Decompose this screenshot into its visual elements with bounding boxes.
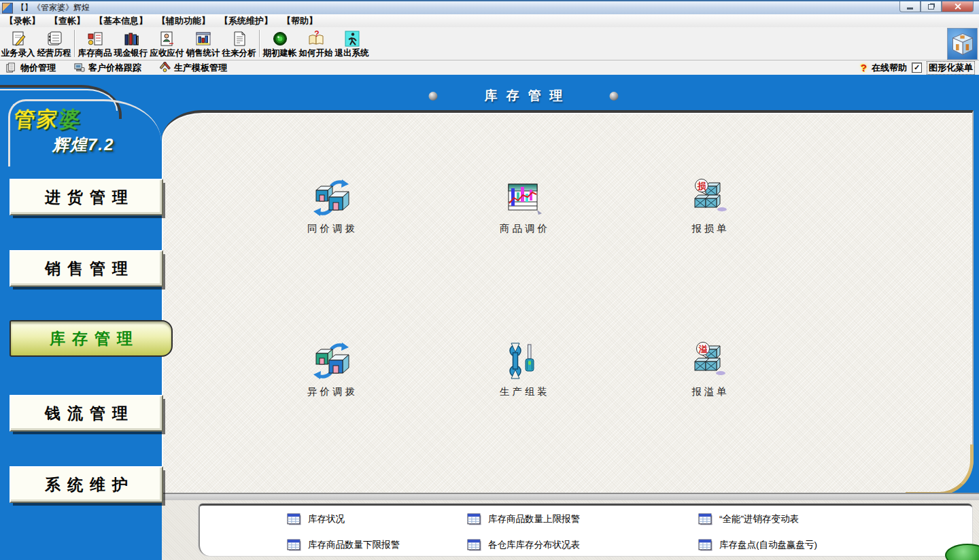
quickbar-price-management[interactable]: 物价管理	[5, 62, 56, 74]
toolbar-label: 退出系统	[335, 48, 369, 58]
report-link-warehouse-distribution[interactable]: 各仓库库存分布状况表	[467, 539, 580, 551]
bottom-zone: 库存状况 库存商品数量下限报警 库存商品数量上限报警 各仓库库存分布状况表 “全…	[162, 500, 979, 560]
different-price-transfer-icon	[312, 342, 350, 380]
toolbar-how-to-start[interactable]: ? 如何开始	[298, 27, 334, 60]
inventory-goods-icon	[86, 30, 104, 48]
restore-icon	[928, 4, 934, 10]
svg-text:?: ?	[314, 30, 319, 39]
menu-item-help[interactable]: 【帮助】	[277, 15, 322, 27]
overflow-badge: 溢	[699, 344, 708, 354]
toolbar-label: 期初建帐	[263, 48, 297, 58]
table-icon	[698, 513, 712, 525]
toolbar-exit-system[interactable]: 退出系统	[334, 27, 370, 60]
minimize-button[interactable]	[899, 1, 921, 12]
quick-bar: 物价管理 客户价格跟踪 生产模板管理 ? 在线帮助 ✓ 图形化菜单	[0, 60, 979, 75]
quickbar-customer-price-tracking[interactable]: 客户价格跟踪	[73, 62, 141, 74]
toolbar-label: 应收应付	[150, 48, 184, 58]
menu-item-system-maintenance[interactable]: 【系统维护】	[215, 15, 277, 27]
production-template-icon	[159, 62, 171, 73]
content-panel	[162, 110, 974, 494]
module-different-price-transfer[interactable]: 异价调拨	[287, 342, 375, 398]
sidebar-item-purchase[interactable]: 进货管理	[10, 179, 163, 215]
business-entry-icon	[10, 30, 27, 48]
overflow-report-icon: 溢	[690, 342, 728, 380]
toolbar-label: 现金银行	[114, 48, 148, 58]
menu-item-auxiliary[interactable]: 【辅助功能】	[152, 15, 215, 27]
sidebar-item-sales[interactable]: 销售管理	[10, 250, 163, 287]
receivable-payable-icon	[158, 30, 176, 48]
report-link-upper-limit-alarm[interactable]: 库存商品数量上限报警	[467, 513, 580, 525]
report-label: 库存商品数量上限报警	[488, 513, 580, 525]
restore-button[interactable]	[921, 1, 942, 12]
toolbar-business-history[interactable]: 经营历程	[36, 27, 72, 60]
menu-item-record[interactable]: 【录帐】	[0, 15, 45, 27]
toolbar-initial-account[interactable]: 期初建帐	[262, 27, 298, 60]
menu-item-query[interactable]: 【查帐】	[45, 15, 90, 27]
report-link-lower-limit-alarm[interactable]: 库存商品数量下限报警	[287, 539, 400, 551]
toolbar-label: 往来分析	[222, 48, 256, 58]
sidebar-item-inventory[interactable]: 库存管理	[10, 320, 173, 357]
menu-bar: 【录帐】 【查帐】 【基本信息】 【辅助功能】 【系统维护】 【帮助】	[0, 14, 979, 28]
initial-account-icon	[271, 30, 289, 48]
module-production-assembly[interactable]: 生产组装	[479, 342, 568, 398]
app-icon	[2, 3, 13, 14]
table-icon	[467, 513, 481, 525]
brand-version: 辉煌7.2	[52, 134, 114, 156]
report-label: 库存状况	[308, 513, 345, 525]
table-icon	[287, 539, 301, 551]
module-loss-report[interactable]: 损 报损单	[665, 179, 753, 235]
toolbar-separator	[259, 30, 260, 57]
sidebar-item-cash-flow[interactable]: 钱流管理	[10, 395, 163, 432]
report-label: 各仓库库存分布状况表	[488, 539, 580, 551]
logo-panel: 管家婆 辉煌7.2	[8, 99, 161, 167]
toolbar-label: 销售统计	[186, 48, 220, 58]
graphical-menu-label[interactable]: 图形化菜单	[927, 61, 975, 75]
content-header: 库存管理	[429, 87, 619, 105]
toolbar-sales-statistics[interactable]: 销售统计	[185, 27, 221, 60]
window-controls	[899, 1, 974, 12]
toolbar: 业务录入 经营历程 库存商品 现金银行 应收应付 销售统计 往来分析	[0, 27, 979, 60]
toolbar-label: 业务录入	[1, 48, 35, 58]
module-overflow-report[interactable]: 溢 报溢单	[665, 342, 753, 398]
menu-item-basic-info[interactable]: 【基本信息】	[90, 15, 152, 27]
close-button[interactable]	[942, 1, 974, 12]
toolbar-separator	[74, 30, 75, 57]
report-label: 库存商品数量下限报警	[308, 539, 400, 551]
page-title: 库存管理	[476, 87, 572, 105]
sidebar-item-system-maintenance[interactable]: 系统维护	[10, 466, 163, 503]
brand-logo: 管家婆	[13, 105, 83, 134]
table-icon	[698, 539, 712, 551]
toolbar-label: 如何开始	[299, 48, 333, 58]
same-price-transfer-icon	[312, 179, 350, 217]
close-icon	[954, 3, 961, 10]
loss-badge: 损	[697, 181, 707, 191]
module-label: 生产组装	[479, 385, 568, 398]
sidebar: 管家婆 辉煌7.2 进货管理 销售管理 库存管理 钱流管理 系统维护	[0, 75, 162, 560]
toolbar-contacts-analysis[interactable]: 往来分析	[221, 27, 257, 60]
cash-bank-icon	[122, 30, 140, 48]
toolbar-label: 经营历程	[37, 48, 71, 58]
module-label: 报溢单	[665, 385, 753, 398]
how-to-start-icon: ?	[307, 30, 325, 48]
toolbar-receivable-payable[interactable]: 应收应付	[149, 27, 185, 60]
module-label: 商品调价	[479, 222, 568, 235]
module-goods-price-adjustment[interactable]: 商品调价	[479, 179, 568, 235]
reports-panel: 库存状况 库存商品数量下限报警 库存商品数量上限报警 各仓库库存分布状况表 “全…	[199, 504, 972, 556]
table-icon	[287, 513, 301, 525]
toolbar-cash-bank[interactable]: 现金银行	[113, 27, 149, 60]
quickbar-production-template[interactable]: 生产模板管理	[159, 62, 227, 74]
report-link-allpowerful-change-table[interactable]: “全能”进销存变动表	[698, 513, 799, 525]
loss-report-icon: 损	[690, 179, 728, 217]
sales-statistics-icon	[194, 30, 212, 48]
toolbar-business-entry[interactable]: 业务录入	[0, 27, 36, 60]
titlebar: 【】《管家婆》辉煌	[0, 0, 979, 15]
graphical-menu-checkbox[interactable]: ✓	[912, 63, 922, 73]
online-help-link[interactable]: 在线帮助	[872, 62, 907, 74]
module-same-price-transfer[interactable]: 同价调拨	[287, 179, 375, 235]
toolbar-inventory-goods[interactable]: 库存商品	[77, 27, 113, 60]
report-link-inventory-status[interactable]: 库存状况	[287, 513, 345, 525]
application-window: 【】《管家婆》辉煌 【录帐】 【查帐】 【基本信息】 【辅助功能】 【系统维护】…	[0, 0, 979, 560]
customer-price-tracking-icon	[73, 62, 85, 73]
report-link-stocktaking[interactable]: 库存盘点(自动盘赢盘亏)	[698, 539, 817, 551]
module-label: 同价调拨	[287, 222, 375, 235]
